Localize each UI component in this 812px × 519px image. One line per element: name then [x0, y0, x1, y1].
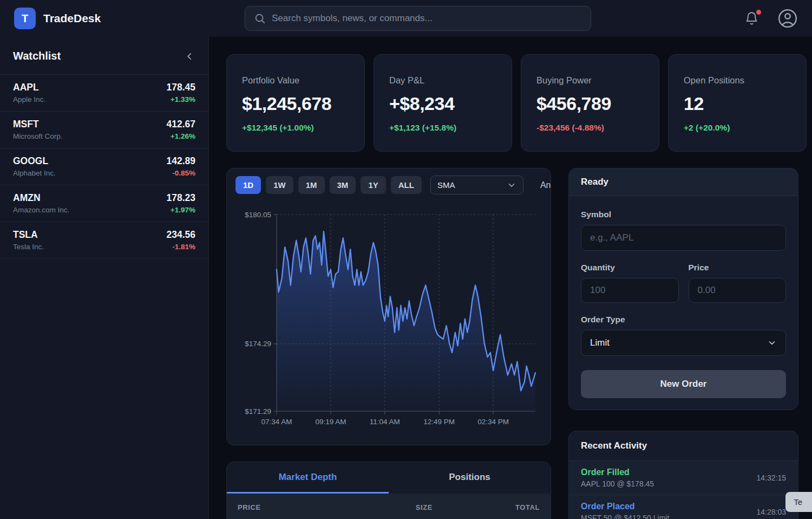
quantity-input[interactable]	[581, 278, 679, 303]
annotate-button[interactable]: Anno	[540, 180, 551, 190]
chevron-down-icon	[767, 338, 777, 348]
activity-row: Order FilledAAPL 100 @ $178.4514:32:15	[569, 461, 798, 495]
stat-change: +$1,123 (+15.8%)	[389, 123, 496, 133]
stat-value: $1,245,678	[242, 93, 349, 114]
depth-tabs: Market DepthPositions	[227, 462, 551, 494]
watchlist-row-left: MSFTMicrosoft Corp.	[13, 119, 63, 140]
tab-market-depth[interactable]: Market Depth	[227, 462, 389, 494]
watchlist-symbol: TSLA	[13, 229, 44, 241]
indicator-select[interactable]: SMA	[430, 176, 523, 194]
stat-card-day-p-l: Day P&L+$8,234+$1,123 (+15.8%)	[374, 54, 512, 152]
activity-row: Order PlacedMSFT 50 @ $412.50 Limit14:28…	[569, 495, 798, 519]
activity-time: 14:28:03	[757, 508, 787, 516]
stats-row: Portfolio Value$1,245,678+$12,345 (+1.00…	[226, 54, 812, 152]
watchlist-change: +1.33%	[166, 95, 195, 103]
activity-title: Order Placed	[581, 502, 669, 511]
stat-change: +$12,345 (+1.00%)	[242, 123, 349, 133]
watchlist-company: Amazon.com Inc.	[13, 206, 69, 214]
watchlist-symbol: GOOGL	[13, 155, 56, 167]
search-bar[interactable]	[245, 6, 591, 31]
watchlist-price: 142.89	[166, 155, 195, 167]
stat-value: $456,789	[536, 93, 644, 114]
topbar-actions	[744, 8, 798, 29]
price-chart[interactable]: $180.05$174.29$171.2907:34 AM09:19 AM11:…	[227, 198, 551, 443]
activity-time: 14:32:15	[757, 473, 787, 482]
order-ticket-card: Ready Symbol Quantity Price	[568, 168, 798, 410]
tab-positions[interactable]: Positions	[389, 462, 551, 494]
watchlist-row-right: 178.45+1.33%	[166, 82, 195, 103]
stat-value: 12	[684, 93, 791, 114]
watchlist-change: -1.81%	[166, 243, 195, 251]
activity-title: Order Filled	[581, 468, 654, 477]
chevron-left-icon	[184, 50, 195, 62]
new-order-button[interactable]: New Order	[581, 370, 786, 398]
activity-row-left: Order PlacedMSFT 50 @ $412.50 Limit	[581, 502, 669, 519]
profile-button[interactable]	[777, 8, 798, 29]
order-status: Ready	[569, 168, 798, 196]
watchlist-change: +1.26%	[166, 132, 195, 140]
avatar-icon	[777, 8, 798, 29]
price-input[interactable]	[689, 278, 787, 303]
watchlist-company: Alphabet Inc.	[13, 169, 56, 177]
range-button-1m[interactable]: 1M	[298, 176, 325, 194]
recent-activity-card: Recent Activity Order FilledAAPL 100 @ $…	[568, 431, 798, 519]
watchlist-row-msft[interactable]: MSFTMicrosoft Corp.412.67+1.26%	[0, 112, 208, 148]
watchlist-change: +1.97%	[166, 206, 195, 214]
watchlist-row-amzn[interactable]: AMZNAmazon.com Inc.178.23+1.97%	[0, 185, 208, 222]
svg-text:12:49 PM: 12:49 PM	[423, 418, 455, 426]
search-icon	[254, 12, 266, 24]
svg-text:09:19 AM: 09:19 AM	[315, 418, 346, 426]
watchlist-symbol: AAPL	[13, 82, 45, 93]
main-area: Portfolio Value$1,245,678+$12,345 (+1.00…	[209, 37, 812, 519]
stat-card-buying-power: Buying Power$456,789-$23,456 (-4.88%)	[521, 54, 659, 152]
watchlist-title: Watchlist	[13, 50, 61, 62]
watchlist-row-right: 142.89-0.85%	[166, 155, 195, 177]
search-input[interactable]	[272, 13, 582, 24]
order-type-select[interactable]: Limit	[581, 330, 786, 356]
watchlist-price: 234.56	[166, 229, 195, 241]
watchlist-row-left: AAPLApple Inc.	[13, 82, 45, 103]
watchlist-price: 412.67	[166, 119, 195, 130]
activity-detail: AAPL 100 @ $178.45	[581, 479, 654, 488]
range-button-1w[interactable]: 1W	[266, 176, 293, 194]
order-type-label: Order Type	[581, 315, 786, 325]
stat-value: +$8,234	[389, 93, 496, 114]
activity-row-left: Order FilledAAPL 100 @ $178.45	[581, 468, 654, 488]
watchlist-row-left: AMZNAmazon.com Inc.	[13, 192, 69, 214]
stat-change: -$23,456 (-4.88%)	[536, 123, 644, 133]
market-depth-card: Market DepthPositions PRICESIZETOTAL	[226, 462, 551, 519]
activity-detail: MSFT 50 @ $412.50 Limit	[581, 514, 669, 519]
price-label: Price	[689, 263, 787, 273]
brand-name: TradeDesk	[43, 12, 101, 25]
topbar: T TradeDesk	[0, 0, 812, 37]
watchlist-company: Tesla Inc.	[13, 243, 44, 251]
watchlist-price: 178.45	[166, 82, 195, 93]
symbol-input[interactable]	[581, 225, 786, 251]
stat-label: Open Positions	[684, 75, 791, 86]
watchlist-row-tsla[interactable]: TSLATesla Inc.234.56-1.81%	[0, 222, 208, 259]
range-button-all[interactable]: ALL	[391, 176, 422, 194]
order-type-value: Limit	[590, 338, 610, 348]
app-logo: T	[14, 8, 36, 29]
watchlist-row-left: GOOGLAlphabet Inc.	[13, 155, 56, 177]
indicator-select-value: SMA	[437, 180, 455, 190]
depth-table-header: PRICESIZETOTAL	[227, 494, 551, 519]
collapse-sidebar-button[interactable]	[184, 50, 195, 62]
range-button-3m[interactable]: 3M	[330, 176, 356, 194]
recent-activity-title: Recent Activity	[569, 431, 798, 461]
notification-badge	[756, 10, 761, 15]
watchlist-change: -0.85%	[166, 169, 195, 177]
range-button-1y[interactable]: 1Y	[361, 176, 385, 194]
watchlist-row-aapl[interactable]: AAPLApple Inc.178.45+1.33%	[0, 75, 208, 112]
watchlist-row-googl[interactable]: GOOGLAlphabet Inc.142.89-0.85%	[0, 148, 208, 185]
watchlist-row-right: 234.56-1.81%	[166, 229, 195, 251]
stat-card-portfolio-value: Portfolio Value$1,245,678+$12,345 (+1.00…	[226, 54, 365, 152]
watchlist-row-right: 412.67+1.26%	[166, 119, 195, 140]
column-header-price: PRICE	[238, 503, 338, 511]
range-button-1d[interactable]: 1D	[235, 176, 261, 194]
activity-rows: Order FilledAAPL 100 @ $178.4514:32:15Or…	[569, 461, 798, 519]
watchlist-sidebar: Watchlist AAPLApple Inc.178.45+1.33%MSFT…	[0, 37, 209, 519]
svg-text:02:34 PM: 02:34 PM	[477, 418, 509, 426]
notifications-button[interactable]	[744, 11, 759, 26]
watchlist-row-left: TSLATesla Inc.	[13, 229, 44, 251]
